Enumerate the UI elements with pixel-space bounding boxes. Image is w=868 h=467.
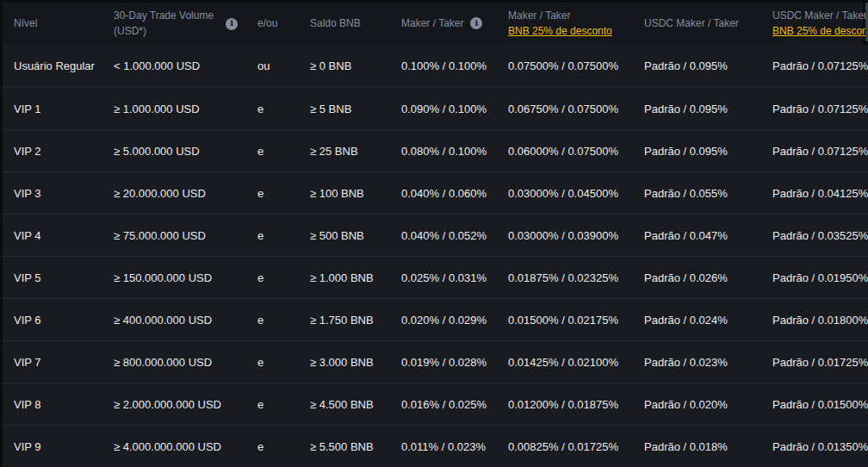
cell-volume: ≥ 5.000.000 USD [114,145,257,158]
table-row: VIP 8 ≥ 2.000.000.000 USD e ≥ 4.500 BNB … [3,383,868,425]
cell-and-or: e [257,271,310,284]
cell-and-or: e [257,440,310,453]
cell-level: VIP 7 [14,356,114,369]
cell-usdc-maker-taker-bnb: Padrão / 0.04125% [772,187,868,200]
table-row: VIP 3 ≥ 20.000.000 USD e ≥ 100 BNB 0.040… [3,171,868,214]
cell-bnb-balance: ≥ 25 BNB [310,145,401,158]
header-maker-taker-bnb: Maker / Taker BNB 25% de desconto [508,9,644,39]
cell-level: VIP 1 [14,103,114,115]
usdc-bnb-discount-link[interactable]: BNB 25% de desconto [772,24,868,39]
table-row: VIP 2 ≥ 5.000.000 USD e ≥ 25 BNB 0.080% … [3,129,868,171]
table-row: VIP 6 ≥ 400.000.000 USD e ≥ 1.750 BNB 0.… [3,298,868,340]
table-row: VIP 7 ≥ 800.000.000 USD e ≥ 3.000 BNB 0.… [3,340,868,383]
cell-usdc-maker-taker-bnb: Padrão / 0.01725% [772,356,868,369]
cell-bnb-balance: ≥ 100 BNB [310,187,401,200]
cell-maker-taker-bnb: 0.00825% / 0.01725% [508,440,644,453]
cell-usdc-maker-taker-bnb: Padrão / 0.07125% [772,103,868,115]
cell-usdc-maker-taker-bnb: Padrão / 0.01950% [772,271,868,284]
cell-bnb-balance: ≥ 5.500 BNB [310,440,401,453]
cell-volume: ≥ 800.000.000 USD [114,356,257,369]
header-usdc-maker-taker: USDC Maker / Taker [644,16,772,31]
cell-usdc-maker-taker: Padrão / 0.095% [644,103,772,115]
cell-usdc-maker-taker-bnb: Padrão / 0.01350% [772,440,868,453]
header-bnb-balance: Saldo BNB [310,16,401,31]
cell-maker-taker: 0.040% / 0.060% [401,187,508,200]
cell-maker-taker: 0.011% / 0.023% [401,440,508,453]
header-maker-taker-bnb-line1: Maker / Taker [508,9,644,23]
cell-usdc-maker-taker: Padrão / 0.026% [644,271,772,284]
cell-and-or: e [257,187,310,200]
table-row: VIP 5 ≥ 150.000.000 USD e ≥ 1.000 BNB 0.… [3,256,868,298]
cell-and-or: e [257,229,310,242]
cell-bnb-balance: ≥ 3.000 BNB [310,356,401,369]
header-volume-line2: (USD*) [114,24,214,39]
table-row: VIP 1 ≥ 1.000.000 USD e ≥ 5 BNB 0.090% /… [3,87,868,129]
cell-bnb-balance: ≥ 1.000 BNB [310,271,401,284]
cell-usdc-maker-taker: Padrão / 0.023% [644,356,772,369]
header-volume-line1: 30-Day Trade Volume [114,9,214,23]
cell-maker-taker-bnb: 0.03000% / 0.03900% [508,229,644,242]
cell-maker-taker: 0.100% / 0.100% [401,59,508,72]
bnb-discount-link[interactable]: BNB 25% de desconto [508,24,644,39]
cell-maker-taker-bnb: 0.03000% / 0.04500% [508,187,644,200]
table-row: VIP 4 ≥ 75.000.000 USD e ≥ 500 BNB 0.040… [3,214,868,256]
cell-level: VIP 3 [14,187,114,200]
cell-volume: ≥ 4.000.000.000 USD [114,440,257,453]
cell-usdc-maker-taker: Padrão / 0.018% [644,440,772,453]
cell-maker-taker-bnb: 0.01875% / 0.02325% [508,271,644,284]
cell-maker-taker: 0.090% / 0.100% [401,103,508,115]
cell-volume: ≥ 1.000.000 USD [114,103,257,115]
cell-maker-taker: 0.080% / 0.100% [401,145,508,158]
cell-maker-taker-bnb: 0.01425% / 0.02100% [508,356,644,369]
cell-usdc-maker-taker: Padrão / 0.095% [644,59,772,72]
cell-usdc-maker-taker: Padrão / 0.020% [644,398,772,411]
cell-level: VIP 2 [14,145,114,158]
cell-usdc-maker-taker: Padrão / 0.055% [644,187,772,200]
cell-maker-taker: 0.020% / 0.029% [401,314,508,327]
cell-and-or: e [257,398,310,411]
cell-usdc-maker-taker: Padrão / 0.024% [644,314,772,327]
cell-and-or: e [257,145,310,158]
cell-bnb-balance: ≥ 1.750 BNB [310,314,401,327]
cell-maker-taker: 0.025% / 0.031% [401,271,508,284]
cell-volume: ≥ 2.000.000.000 USD [114,398,257,411]
cell-maker-taker: 0.019% / 0.028% [401,356,508,369]
cell-usdc-maker-taker-bnb: Padrão / 0.07125% [772,59,868,72]
cell-maker-taker-bnb: 0.06750% / 0.07500% [508,103,644,115]
cell-usdc-maker-taker: Padrão / 0.047% [644,229,772,242]
cell-usdc-maker-taker: Padrão / 0.095% [644,145,772,158]
cell-usdc-maker-taker-bnb: Padrão / 0.07125% [772,145,868,158]
table-row: VIP 9 ≥ 4.000.000.000 USD e ≥ 5.500 BNB … [3,425,868,467]
cell-usdc-maker-taker-bnb: Padrão / 0.01800% [772,314,868,327]
cell-volume: ≥ 400.000.000 USD [114,314,257,327]
cell-level: Usuário Regular [14,59,114,72]
cell-and-or: ou [257,59,310,72]
header-usdc-bnb-line1: USDC Maker / Taker [772,9,868,23]
cell-maker-taker: 0.040% / 0.052% [401,229,508,242]
maker-taker-info-icon[interactable]: i [470,17,482,29]
cell-level: VIP 9 [14,440,114,453]
cell-maker-taker-bnb: 0.06000% / 0.07500% [508,145,644,158]
cell-bnb-balance: ≥ 5 BNB [310,103,401,115]
cell-and-or: e [257,103,310,115]
volume-info-icon[interactable]: i [226,18,238,30]
table-header-row: Nível 30-Day Trade Volume (USD*) i e/ou … [3,3,863,45]
table-body: Usuário Regular < 1.000.000 USD ou ≥ 0 B… [3,45,868,467]
header-maker-taker: Maker / Taker i [401,16,508,31]
cell-maker-taker-bnb: 0.01500% / 0.02175% [508,314,644,327]
cell-maker-taker-bnb: 0.07500% / 0.07500% [508,59,644,72]
cell-maker-taker: 0.016% / 0.025% [401,398,508,411]
cell-usdc-maker-taker-bnb: Padrão / 0.03525% [772,229,868,242]
cell-level: VIP 8 [14,398,114,411]
cell-bnb-balance: ≥ 4.500 BNB [310,398,401,411]
header-level: Nível [14,16,114,31]
cell-level: VIP 6 [14,314,114,327]
cell-volume: ≥ 75.000.000 USD [114,229,257,242]
header-maker-taker-label: Maker / Taker [401,16,463,31]
cell-level: VIP 5 [14,271,114,284]
cell-volume: < 1.000.000 USD [114,59,257,72]
cell-usdc-maker-taker-bnb: Padrão / 0.01500% [772,398,868,411]
cell-volume: ≥ 150.000.000 USD [114,271,257,284]
cell-bnb-balance: ≥ 500 BNB [310,229,401,242]
vip-fee-table: Nível 30-Day Trade Volume (USD*) i e/ou … [3,3,868,467]
